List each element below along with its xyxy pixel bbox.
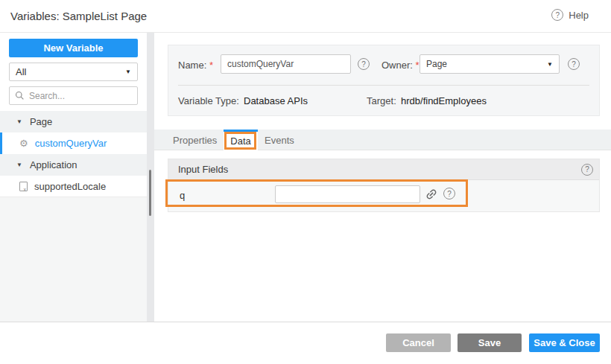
input-field-row: q ?	[168, 180, 599, 211]
owner-help-icon[interactable]: ?	[568, 58, 580, 70]
search-icon	[15, 91, 25, 100]
variable-detail-pane: Name: * ? Owner: * Page ▼ ? Variable Typ…	[154, 33, 611, 322]
cancel-button[interactable]: Cancel	[386, 333, 451, 352]
field-value-input[interactable]	[275, 185, 420, 203]
name-label: Name: *	[178, 60, 213, 71]
owner-select[interactable]: Page ▼	[420, 54, 560, 74]
chevron-down-icon: ▼	[125, 68, 131, 75]
variable-gear-icon: ⚙	[19, 138, 28, 148]
tree-group-label: Application	[30, 159, 77, 170]
variable-type-label: Variable Type:	[178, 95, 239, 106]
tree-item-label: customQueryVar	[35, 138, 107, 149]
variable-type-value: Database APIs	[244, 95, 308, 106]
sidebar-empty-area	[0, 197, 147, 322]
field-help-icon[interactable]: ?	[443, 188, 455, 199]
tree-item-label: supportedLocale	[34, 181, 106, 192]
vertical-scrollbar[interactable]	[147, 33, 154, 322]
required-marker: *	[209, 60, 213, 71]
page-title: Variables: SampleList Page	[10, 10, 147, 22]
tab-events[interactable]: Events	[265, 130, 294, 150]
tree-group-page[interactable]: ▼ Page	[0, 111, 147, 132]
target-value: hrdb/findEmployees	[401, 95, 487, 106]
input-fields-title: Input Fields	[178, 164, 228, 175]
filter-selected-value: All	[16, 66, 26, 77]
name-input[interactable]	[221, 54, 351, 74]
dialog-footer: Cancel Save Save & Close	[0, 322, 611, 364]
owner-label: Owner: *	[382, 60, 420, 71]
tree-group-application[interactable]: ▼ Application	[0, 154, 147, 176]
name-help-icon[interactable]: ?	[358, 58, 370, 70]
chevron-down-icon: ▼	[547, 61, 553, 68]
variables-dialog: Variables: SampleList Page ? Help New Va…	[0, 0, 611, 364]
save-button[interactable]: Save	[458, 333, 522, 352]
bind-link-icon[interactable]	[425, 188, 438, 201]
variables-sidebar: New Variable All ▼ ▼ Page ⚙ customQueryV…	[0, 33, 147, 322]
tree-item-customqueryvar[interactable]: ⚙ customQueryVar	[0, 132, 147, 154]
tab-properties[interactable]: Properties	[173, 130, 217, 150]
owner-selected-value: Page	[426, 59, 447, 69]
search-input[interactable]	[29, 91, 126, 101]
tab-data[interactable]: Data	[224, 130, 258, 150]
input-fields-header: Input Fields ?	[168, 159, 599, 180]
variable-filter-select[interactable]: All ▼	[9, 63, 138, 81]
input-fields-help-icon[interactable]: ?	[581, 164, 593, 176]
target-label: Target:	[367, 95, 396, 106]
tree-item-supportedlocale[interactable]: supportedLocale	[0, 176, 147, 197]
help-link[interactable]: ? Help	[551, 9, 589, 21]
collapse-arrow-icon: ▼	[16, 162, 22, 168]
dialog-header: Variables: SampleList Page ? Help	[0, 0, 611, 33]
new-variable-button[interactable]: New Variable	[9, 39, 138, 57]
detail-tabbar: Properties Data Events	[154, 130, 611, 150]
required-marker: *	[416, 60, 420, 71]
save-and-close-button[interactable]: Save & Close	[529, 333, 600, 352]
variable-search[interactable]	[9, 86, 138, 105]
variable-summary-panel: Name: * ? Owner: * Page ▼ ? Variable Typ…	[168, 45, 600, 116]
scrollbar-thumb[interactable]	[149, 170, 151, 216]
locale-document-icon	[19, 182, 28, 191]
variable-tree: ▼ Page ⚙ customQueryVar ▼ Application su…	[0, 111, 147, 197]
field-name: q	[180, 190, 185, 201]
help-icon: ?	[551, 9, 563, 21]
tree-group-label: Page	[30, 116, 52, 127]
collapse-arrow-icon: ▼	[16, 118, 22, 125]
panel-divider	[178, 85, 589, 86]
input-fields-section: Input Fields ? q ?	[168, 159, 600, 212]
help-label: Help	[569, 10, 589, 21]
